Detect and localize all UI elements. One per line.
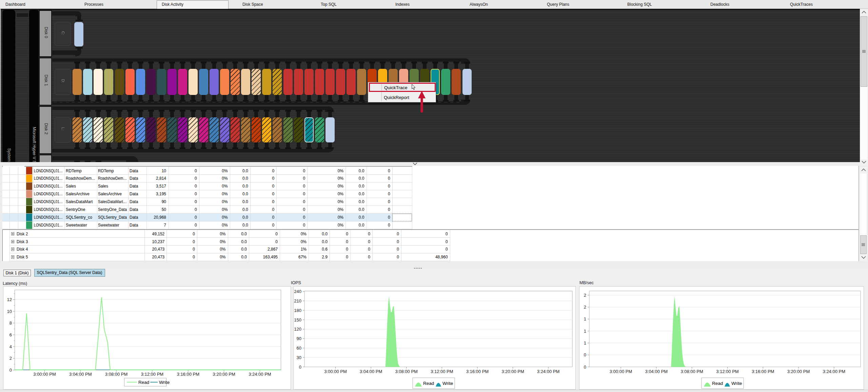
svg-text:3:24:00 PM: 3:24:00 PM xyxy=(823,369,846,374)
svg-text:Write: Write xyxy=(731,381,742,386)
svg-text:3:24:00 PM: 3:24:00 PM xyxy=(537,369,560,374)
svg-text:10: 10 xyxy=(7,309,12,314)
svg-text:1: 1 xyxy=(584,340,586,346)
svg-text:3:24:00 PM: 3:24:00 PM xyxy=(249,372,271,377)
svg-text:3:08:00 PM: 3:08:00 PM xyxy=(105,372,127,377)
svg-text:3:16:00 PM: 3:16:00 PM xyxy=(177,372,199,377)
svg-text:6: 6 xyxy=(9,332,12,337)
svg-text:3:16:00 PM: 3:16:00 PM xyxy=(752,369,774,374)
svg-text:8: 8 xyxy=(9,320,12,326)
svg-text:3:20:00 PM: 3:20:00 PM xyxy=(787,369,810,374)
svg-text:3:12:00 PM: 3:12:00 PM xyxy=(716,369,739,374)
svg-text:2: 2 xyxy=(584,293,586,298)
svg-text:3:08:00 PM: 3:08:00 PM xyxy=(395,369,418,374)
svg-text:0: 0 xyxy=(9,368,12,373)
svg-text:Write: Write xyxy=(442,381,453,386)
svg-text:3:00:00 PM: 3:00:00 PM xyxy=(610,369,632,374)
svg-text:3:16:00 PM: 3:16:00 PM xyxy=(466,369,489,374)
svg-text:120: 120 xyxy=(294,327,301,332)
svg-text:Read: Read xyxy=(423,381,434,386)
svg-text:Read: Read xyxy=(138,380,149,385)
svg-text:3:04:00 PM: 3:04:00 PM xyxy=(645,369,668,374)
svg-text:0: 0 xyxy=(299,365,301,370)
svg-text:3:20:00 PM: 3:20:00 PM xyxy=(213,372,235,377)
svg-text:3:00:00 PM: 3:00:00 PM xyxy=(324,369,347,374)
svg-text:2: 2 xyxy=(9,356,12,361)
svg-text:30: 30 xyxy=(297,355,301,360)
svg-text:60: 60 xyxy=(297,346,301,351)
svg-text:90: 90 xyxy=(297,336,301,341)
svg-text:Write: Write xyxy=(159,380,170,385)
svg-text:3:12:00 PM: 3:12:00 PM xyxy=(141,372,163,377)
svg-text:150: 150 xyxy=(294,317,301,322)
svg-text:3:12:00 PM: 3:12:00 PM xyxy=(431,369,453,374)
svg-text:210: 210 xyxy=(294,298,301,303)
svg-text:1: 1 xyxy=(584,329,586,334)
svg-text:Read: Read xyxy=(712,381,723,386)
svg-text:3:08:00 PM: 3:08:00 PM xyxy=(680,369,703,374)
svg-text:180: 180 xyxy=(294,308,301,313)
svg-text:3:20:00 PM: 3:20:00 PM xyxy=(501,369,524,374)
svg-text:12: 12 xyxy=(7,297,12,302)
svg-text:4: 4 xyxy=(9,344,12,349)
svg-text:3:04:00 PM: 3:04:00 PM xyxy=(360,369,382,374)
svg-text:1: 1 xyxy=(584,316,586,321)
svg-text:3:00:00 PM: 3:00:00 PM xyxy=(33,372,56,377)
svg-text:240: 240 xyxy=(294,289,301,294)
svg-text:3:04:00 PM: 3:04:00 PM xyxy=(69,372,92,377)
svg-text:0: 0 xyxy=(584,365,586,370)
svg-text:0: 0 xyxy=(584,352,586,357)
svg-text:2: 2 xyxy=(584,305,586,310)
